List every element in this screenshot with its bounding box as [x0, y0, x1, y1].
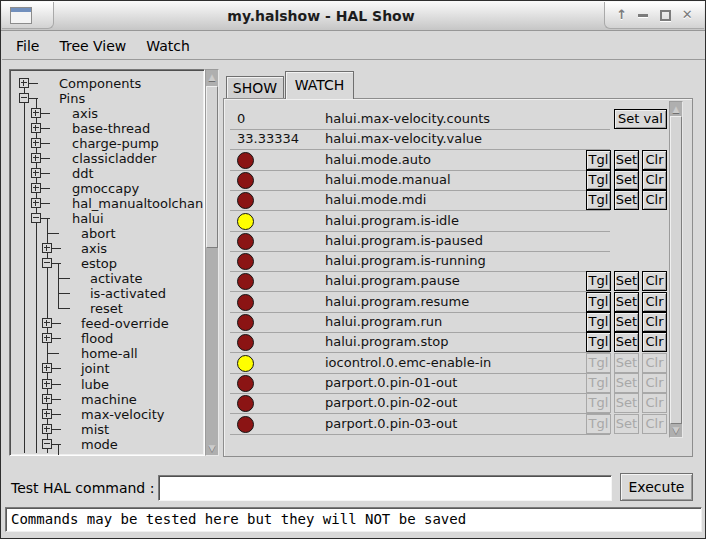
set-button[interactable]: Set: [614, 150, 639, 170]
tgl-button[interactable]: Tgl: [586, 271, 611, 291]
shade-up-icon[interactable]: ↑: [616, 2, 627, 28]
tree-branch-line: [41, 113, 50, 114]
expand-icon[interactable]: [42, 394, 52, 404]
menu-item-watch[interactable]: Watch: [144, 36, 192, 56]
status-bar: Commands may be tested here but they wil…: [5, 507, 702, 532]
titlebar[interactable]: my.halshow - HAL Show ↑ ✕: [1, 1, 705, 31]
set-button: Set: [614, 353, 639, 373]
clr-button[interactable]: Clr: [642, 190, 667, 210]
expand-icon[interactable]: [31, 153, 41, 163]
tree-item-is-activated[interactable]: is-activated: [10, 286, 204, 301]
clr-button[interactable]: Clr: [642, 312, 667, 332]
expand-icon[interactable]: [42, 424, 52, 434]
collapse-icon[interactable]: [31, 213, 41, 223]
scroll-down-icon[interactable]: ▼: [206, 441, 218, 455]
tree-scrollbar-thumb[interactable]: [206, 86, 218, 248]
tree-item-flood[interactable]: flood: [10, 331, 204, 346]
expand-icon[interactable]: [31, 168, 41, 178]
clr-button[interactable]: Clr: [642, 170, 667, 190]
menu-item-tree-view[interactable]: Tree View: [57, 36, 128, 56]
tab-watch[interactable]: WATCH: [285, 71, 354, 99]
tgl-button[interactable]: Tgl: [586, 292, 611, 312]
expand-icon[interactable]: [31, 198, 41, 208]
tgl-button[interactable]: Tgl: [586, 312, 611, 332]
tree-branch-line: [47, 353, 59, 354]
expand-icon[interactable]: [31, 183, 41, 193]
tree-item-feed-override[interactable]: feed-override: [10, 316, 204, 331]
expand-icon[interactable]: [31, 108, 41, 118]
tree-item-abort[interactable]: abort: [10, 226, 204, 241]
scroll-up-icon[interactable]: ▲: [206, 70, 218, 84]
clr-button[interactable]: Clr: [642, 292, 667, 312]
menu-item-file[interactable]: File: [14, 36, 41, 56]
clr-button[interactable]: Clr: [642, 271, 667, 291]
expand-icon[interactable]: [19, 78, 29, 88]
expand-icon[interactable]: [42, 379, 52, 389]
tree-branch-line: [41, 188, 50, 189]
pin-value: 33.33334: [237, 129, 299, 149]
tree-item-activate[interactable]: activate: [10, 271, 204, 286]
execute-button[interactable]: Execute: [620, 473, 693, 501]
expand-icon[interactable]: [31, 123, 41, 133]
tree-item-hal_manualtoolchan[interactable]: hal_manualtoolchan: [10, 196, 204, 211]
tree-item-estop[interactable]: estop: [10, 256, 204, 271]
expand-icon[interactable]: [42, 318, 52, 328]
tree-branch-line: [52, 384, 61, 385]
notebook: SHOW WATCH 0halui.max-velocity.countsSet…: [223, 71, 693, 457]
tree-item-label: axis: [81, 241, 107, 256]
scroll-up-icon[interactable]: ▲: [670, 102, 682, 116]
tree-item-gmoccapy[interactable]: gmoccapy: [10, 181, 204, 196]
set-button[interactable]: Set: [614, 332, 639, 352]
scroll-down-icon[interactable]: ▼: [670, 423, 682, 437]
expand-icon[interactable]: [42, 409, 52, 419]
expand-icon[interactable]: [42, 333, 52, 343]
tree-item-max-velocity[interactable]: max-velocity: [10, 407, 204, 422]
tgl-button[interactable]: Tgl: [586, 332, 611, 352]
collapse-icon[interactable]: [42, 439, 52, 449]
maximize-icon[interactable]: [660, 10, 671, 21]
expand-icon[interactable]: [42, 243, 52, 253]
tree-item-axis[interactable]: axis: [10, 106, 204, 121]
tree-item-machine[interactable]: machine: [10, 392, 204, 407]
set-button[interactable]: Set: [614, 170, 639, 190]
collapse-icon[interactable]: [19, 93, 29, 103]
watch-row: halui.program.is-idle: [224, 211, 692, 232]
tree-item-Components[interactable]: Components: [10, 76, 204, 91]
tree-item-base-thread[interactable]: base-thread: [10, 121, 204, 136]
tree-item-ddt[interactable]: ddt: [10, 166, 204, 181]
led-red-icon: [237, 334, 254, 351]
clr-button[interactable]: Clr: [642, 150, 667, 170]
set-button[interactable]: Set: [614, 312, 639, 332]
minimize-icon[interactable]: [638, 14, 648, 17]
row-separator: [230, 434, 610, 435]
tree-item-home-all[interactable]: home-all: [10, 346, 204, 361]
tree-item-halui[interactable]: halui: [10, 211, 204, 226]
tree-item-mode[interactable]: mode: [10, 437, 204, 452]
tree-item-reset[interactable]: reset: [10, 301, 204, 316]
tree-item-mist[interactable]: mist: [10, 422, 204, 437]
collapse-icon[interactable]: [42, 258, 52, 268]
tree-item-axis[interactable]: axis: [10, 241, 204, 256]
tgl-button[interactable]: Tgl: [586, 190, 611, 210]
watch-scrollbar-thumb[interactable]: [670, 116, 682, 424]
tree-item-charge-pump[interactable]: charge-pump: [10, 136, 204, 151]
close-icon[interactable]: ✕: [682, 2, 693, 28]
tree-item-classicladder[interactable]: classicladder: [10, 151, 204, 166]
tgl-button[interactable]: Tgl: [586, 150, 611, 170]
tree-item-Pins[interactable]: Pins: [10, 91, 204, 106]
watch-row: 0halui.max-velocity.countsSet val: [224, 109, 692, 130]
set-val-button[interactable]: Set val: [614, 109, 667, 129]
expand-icon[interactable]: [31, 138, 41, 148]
tab-show[interactable]: SHOW: [226, 76, 284, 98]
set-button[interactable]: Set: [614, 190, 639, 210]
pin-tree[interactable]: ComponentsPinsaxisbase-threadcharge-pump…: [9, 69, 205, 456]
watch-row: parport.0.pin-03-outTglSetClr: [224, 414, 692, 435]
set-button[interactable]: Set: [614, 292, 639, 312]
clr-button[interactable]: Clr: [642, 332, 667, 352]
tree-item-lube[interactable]: lube: [10, 377, 204, 392]
tree-item-joint[interactable]: joint: [10, 361, 204, 376]
hal-command-input[interactable]: [158, 475, 612, 501]
expand-icon[interactable]: [42, 363, 52, 373]
tgl-button[interactable]: Tgl: [586, 170, 611, 190]
set-button[interactable]: Set: [614, 271, 639, 291]
